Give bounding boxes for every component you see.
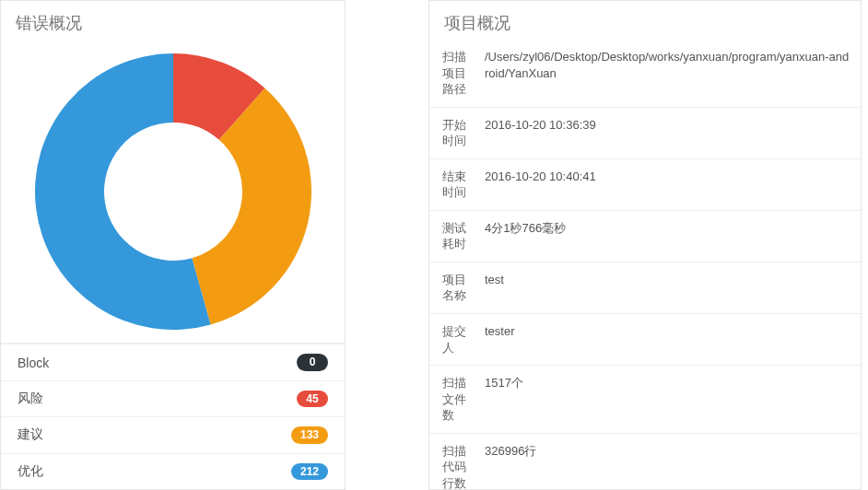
stat-label: 建议 xyxy=(18,426,43,443)
info-label: 提交人 xyxy=(429,314,481,365)
info-row: 结束时间2016-10-20 10:40:41 xyxy=(429,158,861,210)
info-label: 扫描代码行数 xyxy=(429,434,481,490)
info-label: 扫描项目路径 xyxy=(429,40,481,107)
info-label: 扫描文件数 xyxy=(429,366,481,433)
stat-badge: 0 xyxy=(297,354,328,370)
info-label: 项目名称 xyxy=(429,262,481,313)
info-label: 开始时间 xyxy=(429,108,481,158)
stat-row[interactable]: 风险45 xyxy=(1,380,345,416)
stat-row[interactable]: Block0 xyxy=(1,344,345,379)
error-stats-list: Block0风险45建议133优化212 xyxy=(1,343,345,489)
project-overview-panel: 项目概况 扫描项目路径/Users/zyl06/Desktop/Desktop/… xyxy=(428,0,862,490)
info-row: 扫描项目路径/Users/zyl06/Desktop/Desktop/works… xyxy=(429,40,861,107)
stat-label: Block xyxy=(18,356,49,370)
donut-chart xyxy=(26,47,321,332)
stat-badge: 133 xyxy=(291,426,328,443)
info-value: 2016-10-20 10:40:41 xyxy=(481,159,861,210)
info-label: 测试耗时 xyxy=(429,211,481,262)
info-row: 扫描文件数1517个 xyxy=(429,365,861,433)
error-overview-panel: 错误概况 Block0风险45建议133优化212 xyxy=(0,0,346,490)
info-row: 测试耗时4分1秒766毫秒 xyxy=(429,210,861,262)
info-value: test xyxy=(481,262,861,313)
info-value: 1517个 xyxy=(481,366,861,433)
info-value: 2016-10-20 10:36:39 xyxy=(481,108,861,158)
info-row: 扫描代码行数326996行 xyxy=(429,433,861,490)
info-value: 4分1秒766毫秒 xyxy=(481,211,861,262)
info-label: 结束时间 xyxy=(429,159,481,210)
stat-label: 优化 xyxy=(18,463,43,480)
info-row: 项目名称test xyxy=(429,262,861,313)
donut-chart-wrap xyxy=(1,40,345,343)
stat-row[interactable]: 建议133 xyxy=(1,416,345,452)
info-value: tester xyxy=(481,314,861,365)
project-info-table: 扫描项目路径/Users/zyl06/Desktop/Desktop/works… xyxy=(429,40,861,490)
info-row: 提交人tester xyxy=(429,313,861,365)
stat-row[interactable]: 优化212 xyxy=(1,453,345,489)
info-value: 326996行 xyxy=(481,434,861,490)
info-row: 开始时间2016-10-20 10:36:39 xyxy=(429,107,861,158)
stat-badge: 212 xyxy=(291,463,328,480)
error-overview-title: 错误概况 xyxy=(1,1,345,40)
stat-badge: 45 xyxy=(297,391,328,407)
stat-label: 风险 xyxy=(18,391,43,407)
project-overview-title: 项目概况 xyxy=(429,1,861,40)
info-value: /Users/zyl06/Desktop/Desktop/works/yanxu… xyxy=(481,40,861,107)
